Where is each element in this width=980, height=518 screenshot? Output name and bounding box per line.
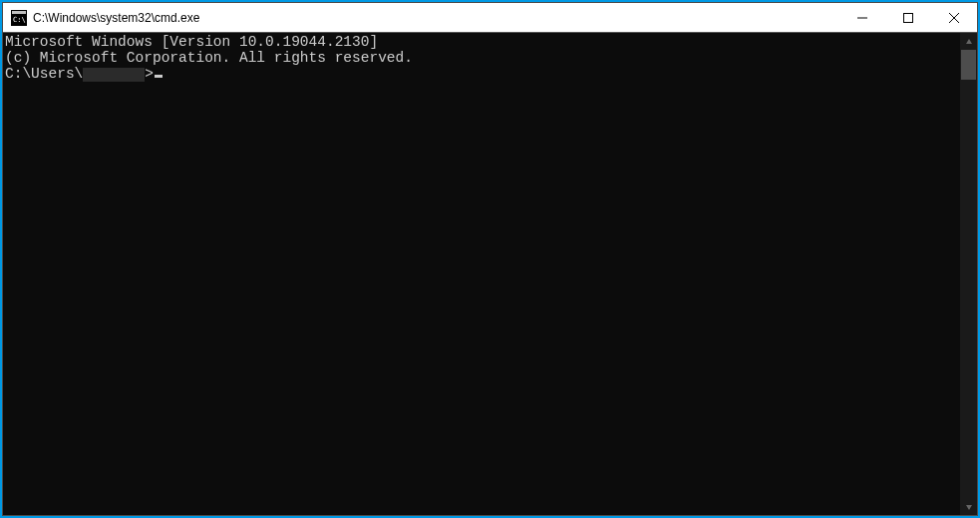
svg-rect-4 [904,13,913,22]
window-controls [839,3,977,32]
prompt-suffix: > [145,67,154,83]
prompt-prefix: C:\Users\ [5,67,83,83]
maximize-button[interactable] [885,3,931,32]
scroll-thumb[interactable] [961,50,976,80]
svg-rect-1 [12,11,26,14]
minimize-button[interactable] [839,3,885,32]
titlebar[interactable]: C:\ C:\Windows\system32\cmd.exe [3,3,977,33]
scroll-track[interactable] [960,50,977,498]
text-cursor [155,75,163,78]
svg-text:C:\: C:\ [13,16,26,24]
window-title: C:\Windows\system32\cmd.exe [33,11,839,25]
terminal-output[interactable]: Microsoft Windows [Version 10.0.19044.21… [3,33,960,515]
svg-marker-8 [966,505,972,510]
scroll-up-arrow[interactable] [960,33,977,50]
prompt-line: C:\Users\> [5,67,960,83]
cmd-window: C:\ C:\Windows\system32\cmd.exe Microsof… [2,2,978,516]
close-button[interactable] [931,3,977,32]
redacted-username [83,68,145,82]
svg-marker-7 [966,39,972,44]
vertical-scrollbar[interactable] [960,33,977,515]
terminal-line: (c) Microsoft Corporation. All rights re… [5,51,960,67]
scroll-down-arrow[interactable] [960,498,977,515]
terminal-line: Microsoft Windows [Version 10.0.19044.21… [5,35,960,51]
cmd-icon: C:\ [11,10,27,26]
client-area: Microsoft Windows [Version 10.0.19044.21… [3,33,977,515]
